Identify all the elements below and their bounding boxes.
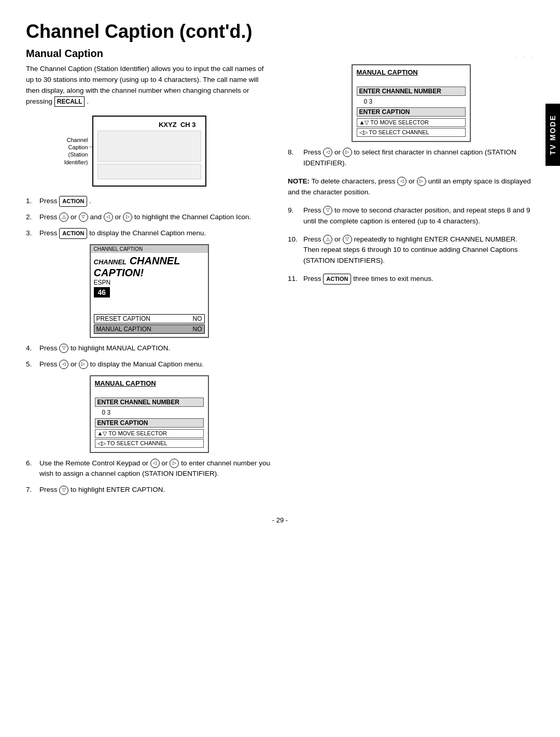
tv-header: KXYZ CH 3 (97, 121, 201, 129)
left-btn-2: ◁ (104, 212, 113, 222)
arrow-right-icon: → (88, 143, 95, 151)
channel-caption-main-text: CHANNEL CHANNEL CAPTION! (94, 255, 205, 279)
mc-move-selector-1: ▲▽ TO MOVE SELECTOR (95, 429, 204, 438)
down-btn-10: ▽ (343, 235, 352, 244)
action-button-icon-1: ACTION (59, 196, 87, 207)
channel-label: CH 3 (180, 121, 196, 129)
down-btn-2: ▽ (79, 212, 88, 222)
preset-caption-row: PRESET CAPTION NO (94, 314, 205, 323)
espn-row: ESPN (94, 279, 205, 286)
left-btn-note: ◁ (397, 177, 407, 186)
tv-diagram: Channel Caption (Station Identifier) → K… (92, 116, 206, 187)
right-steps: 8. Press ◁ or ▷ to select first characte… (288, 147, 534, 285)
steps-4-5: 4. Press ▽ to highlight MANUAL CAPTION. … (26, 343, 272, 370)
section-subtitle: Manual Caption (26, 48, 272, 60)
right-btn-8: ▷ (343, 148, 352, 157)
mc-title-2: MANUAL CAPTION (357, 68, 466, 76)
left-btn-5: ◁ (59, 360, 68, 369)
tv-mode-tab: TV MODE (545, 104, 560, 166)
tv-screen-2 (97, 164, 201, 179)
down-btn-4: ▽ (59, 344, 68, 353)
channel-caption-menu: CHANNEL CAPTION · · · CHANNEL CHANNEL CA… (90, 244, 209, 338)
channel-caption-menu-header: CHANNEL CAPTION · · · (91, 245, 208, 253)
manual-caption-row: MANUAL CAPTION NO (94, 324, 205, 334)
left-column: Manual Caption The Channel Caption (Stat… (26, 48, 272, 501)
mc-enter-channel-1: ENTER CHANNEL NUMBER (95, 398, 204, 407)
steps-1-3: 1. Press ACTION . 2. Press △ or ▽ and ◁ … (26, 196, 272, 239)
mc-move-selector-2: ▲▽ TO MOVE SELECTOR (357, 118, 466, 127)
mc-enter-channel-2: ENTER CHANNEL NUMBER (357, 87, 466, 96)
left-btn-8: ◁ (323, 148, 332, 157)
action-button-icon-3: ACTION (59, 228, 87, 239)
page-title: Channel Caption (cont'd.) (26, 21, 534, 42)
step-5: 5. Press ◁ or ▷ to display the Manual Ca… (26, 359, 272, 370)
intro-paragraph: The Channel Caption (Station Identifier)… (26, 64, 272, 107)
up-btn-2: △ (59, 212, 68, 222)
mc-enter-caption-1: ENTER CAPTION (95, 418, 204, 428)
action-button-icon-11: ACTION (323, 274, 351, 285)
right-btn-5: ▷ (79, 360, 88, 369)
right-column: · · · MANUAL CAPTION ENTER CHANNEL NUMBE… (288, 48, 534, 501)
mc-select-channel-2: ◁▷ TO SELECT CHANNEL (357, 128, 466, 137)
mc-channel-val-1: 0 3 (95, 408, 204, 417)
channel-caption-label: Channel Caption (Station Identifier) (39, 136, 88, 166)
right-btn-6: ▷ (170, 459, 179, 468)
step-1: 1. Press ACTION . (26, 196, 272, 207)
manual-caption-screen-2: MANUAL CAPTION ENTER CHANNEL NUMBER 0 3 … (352, 64, 471, 142)
step-7: 7. Press ▽ to highlight ENTER CAPTION. (26, 485, 272, 495)
channel-caption-menu-body: CHANNEL CHANNEL CAPTION! ESPN 46 PRESET … (91, 253, 208, 337)
tv-diagram-container: Channel Caption (Station Identifier) → K… (77, 116, 222, 187)
recall-button-label: RECALL (54, 96, 85, 107)
step-3: 3. Press ACTION to display the Channel C… (26, 228, 272, 239)
dots-top: · · · (288, 53, 534, 59)
note-box: NOTE: To delete characters, press ◁ or ▷… (288, 176, 534, 198)
down-btn-7: ▽ (59, 486, 68, 495)
mc-enter-caption-2: ENTER CAPTION (357, 107, 466, 117)
steps-6-7: 6. Use the Remote Control Keypad or ◁ or… (26, 458, 272, 496)
step-10: 10. Press △ or ▽ repeatedly to highlight… (288, 234, 534, 267)
down-btn-9: ▽ (323, 206, 332, 215)
left-btn-6: ◁ (150, 459, 160, 468)
station-label: KXYZ (159, 121, 177, 129)
step-2: 2. Press △ or ▽ and ◁ or ▷ to highlight … (26, 212, 272, 223)
right-btn-note: ▷ (417, 177, 426, 186)
step-6: 6. Use the Remote Control Keypad or ◁ or… (26, 458, 272, 480)
ch-number: 46 (94, 286, 205, 297)
step-4: 4. Press ▽ to highlight MANUAL CAPTION. (26, 343, 272, 354)
mc-channel-val-2: 0 3 (357, 97, 466, 106)
manual-caption-screen-1: MANUAL CAPTION ENTER CHANNEL NUMBER 0 3 … (90, 375, 209, 453)
step-9: 9. Press ▽ to move to second character p… (288, 205, 534, 227)
right-btn-2: ▷ (123, 212, 132, 222)
page-number: - 29 - (26, 516, 534, 524)
tv-screen (97, 131, 201, 162)
up-btn-10: △ (323, 235, 332, 244)
step-11: 11. Press ACTION three times to exit men… (288, 274, 534, 285)
mc-title-1: MANUAL CAPTION (95, 379, 204, 387)
mc-select-channel-1: ◁▷ TO SELECT CHANNEL (95, 439, 204, 448)
and-label: and (90, 213, 102, 221)
step-8: 8. Press ◁ or ▷ to select first characte… (288, 147, 534, 169)
